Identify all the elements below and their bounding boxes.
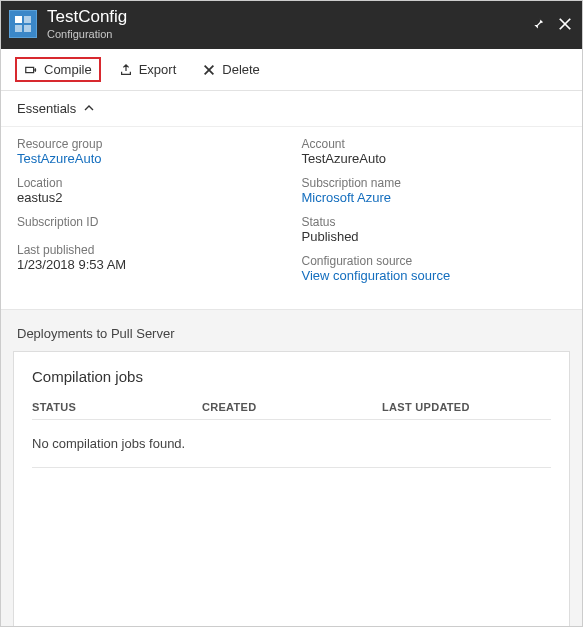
deployments-title: Deployments to Pull Server (17, 326, 566, 341)
column-status[interactable]: STATUS (32, 401, 202, 413)
config-source-label: Configuration source (302, 254, 567, 268)
subscription-name-link[interactable]: Microsoft Azure (302, 190, 567, 207)
column-last-updated[interactable]: LAST UPDATED (382, 401, 551, 413)
delete-icon (202, 63, 216, 77)
chevron-up-icon (84, 101, 94, 116)
resource-group-label: Resource group (17, 137, 282, 151)
delete-label: Delete (222, 62, 260, 77)
export-button[interactable]: Export (111, 58, 185, 81)
compilation-jobs-card: Compilation jobs STATUS CREATED LAST UPD… (13, 351, 570, 627)
essentials-panel: Resource group TestAzureAuto Location ea… (1, 127, 582, 309)
export-label: Export (139, 62, 177, 77)
location-field: Location eastus2 (17, 176, 282, 207)
resource-group-link[interactable]: TestAzureAuto (17, 151, 282, 168)
compile-icon (24, 63, 38, 77)
header-actions (530, 17, 572, 31)
essentials-right-column: Account TestAzureAuto Subscription name … (302, 137, 567, 293)
blade-icon (9, 10, 37, 38)
subscription-id-field: Subscription ID (17, 215, 282, 229)
location-value: eastus2 (17, 190, 282, 207)
svg-rect-3 (24, 25, 31, 32)
status-label: Status (302, 215, 567, 229)
essentials-label: Essentials (17, 101, 76, 116)
svg-rect-2 (15, 25, 22, 32)
compile-button[interactable]: Compile (15, 57, 101, 82)
deployments-section: Deployments to Pull Server Compilation j… (1, 309, 582, 627)
status-field: Status Published (302, 215, 567, 246)
status-value: Published (302, 229, 567, 246)
essentials-toggle[interactable]: Essentials (1, 91, 582, 127)
account-label: Account (302, 137, 567, 151)
compilation-jobs-title: Compilation jobs (32, 368, 551, 385)
essentials-left-column: Resource group TestAzureAuto Location ea… (17, 137, 282, 293)
location-label: Location (17, 176, 282, 190)
last-published-value: 1/23/2018 9:53 AM (17, 257, 282, 274)
subscription-name-label: Subscription name (302, 176, 567, 190)
last-published-field: Last published 1/23/2018 9:53 AM (17, 243, 282, 274)
blade-header: TestConfig Configuration (1, 1, 582, 49)
subscription-id-label: Subscription ID (17, 215, 282, 229)
svg-rect-0 (15, 16, 22, 23)
page-title: TestConfig (47, 7, 530, 27)
last-published-label: Last published (17, 243, 282, 257)
config-source-field: Configuration source View configuration … (302, 254, 567, 285)
resource-group-field: Resource group TestAzureAuto (17, 137, 282, 168)
export-icon (119, 63, 133, 77)
toolbar: Compile Export Delete (1, 49, 582, 91)
close-icon[interactable] (558, 17, 572, 31)
header-titles: TestConfig Configuration (47, 7, 530, 41)
column-created[interactable]: CREATED (202, 401, 382, 413)
page-subtitle: Configuration (47, 28, 530, 41)
config-source-link[interactable]: View configuration source (302, 268, 567, 285)
account-value: TestAzureAuto (302, 151, 567, 168)
subscription-name-field: Subscription name Microsoft Azure (302, 176, 567, 207)
jobs-empty-message: No compilation jobs found. (32, 420, 551, 468)
svg-rect-1 (24, 16, 31, 23)
pin-icon[interactable] (530, 17, 544, 31)
jobs-table-header: STATUS CREATED LAST UPDATED (32, 401, 551, 420)
delete-button[interactable]: Delete (194, 58, 268, 81)
svg-rect-6 (26, 67, 34, 72)
account-field: Account TestAzureAuto (302, 137, 567, 168)
compile-label: Compile (44, 62, 92, 77)
